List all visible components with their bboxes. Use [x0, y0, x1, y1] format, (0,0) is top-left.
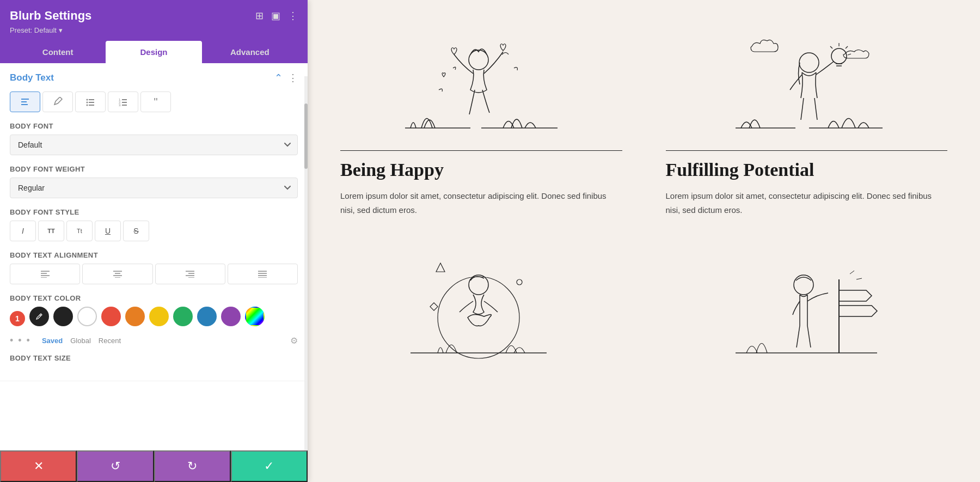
body-font-select[interactable]: Default	[10, 135, 298, 155]
body-text-alignment-label: Body Text Alignment	[10, 251, 298, 259]
blurb-item-4	[666, 244, 948, 364]
panel-tabs: Content Design Advanced	[10, 41, 298, 63]
tab-content[interactable]: Content	[10, 41, 106, 63]
saved-tab[interactable]: Saved	[42, 337, 63, 345]
blurb-item-1: Being Happy Lorem ipsum dolor sit amet, …	[340, 22, 622, 217]
svg-point-48	[517, 279, 522, 285]
blurb-item-2: Fulfilling Potential Lorem ipsum dolor s…	[666, 22, 948, 217]
blurb-text-2: Lorem ipsum dolor sit amet, consectetur …	[666, 189, 948, 217]
body-text-alignment-field: Body Text Alignment	[10, 251, 298, 284]
tab-design[interactable]: Design	[106, 41, 201, 63]
body-font-weight-label: Body Font Weight	[10, 165, 298, 173]
color-settings-icon[interactable]: ⚙	[290, 335, 298, 346]
format-edit-btn[interactable]	[42, 91, 73, 112]
svg-point-45	[438, 277, 519, 358]
scroll-indicator	[304, 76, 308, 450]
svg-point-52	[794, 275, 813, 295]
format-ordered-list-btn[interactable]: 1.2.3.	[108, 91, 138, 112]
panel-body: Body Text ⌃ ⋮ 1.2.3.	[0, 63, 308, 482]
capitalize-btn[interactable]: Tt	[66, 221, 93, 241]
color-swatches-row	[29, 307, 265, 326]
panel-header: Blurb Settings ⊞ ▣ ⋮ Preset: Default ▾ C…	[0, 0, 308, 63]
scroll-thumb[interactable]	[304, 103, 308, 169]
body-font-weight-select[interactable]: Regular	[10, 178, 298, 198]
purple-swatch[interactable]	[221, 307, 241, 326]
section-more-icon[interactable]: ⋮	[288, 72, 298, 84]
align-left-btn[interactable]	[10, 264, 80, 284]
section-title: Body Text	[10, 72, 54, 83]
uppercase-btn[interactable]: TT	[38, 221, 64, 241]
svg-point-38	[831, 48, 847, 64]
svg-line-43	[848, 54, 851, 55]
section-header-icons: ⌃ ⋮	[274, 72, 298, 84]
blurb-illustration-4	[666, 244, 948, 364]
confirm-button[interactable]: ✓	[231, 450, 308, 482]
blurb-grid: Being Happy Lorem ipsum dolor sit amet, …	[340, 22, 947, 364]
yellow-swatch[interactable]	[149, 307, 169, 326]
blurb-illustration-3	[340, 244, 622, 364]
format-text-btn[interactable]	[10, 91, 40, 112]
divider-2	[666, 150, 948, 151]
tab-advanced[interactable]: Advanced	[202, 41, 298, 63]
svg-line-44	[830, 46, 832, 48]
body-text-size-field: Body Text Size	[10, 354, 298, 362]
cancel-button[interactable]: ✕	[0, 450, 77, 482]
format-list-btn[interactable]	[75, 91, 106, 112]
format-quote-btn[interactable]: "	[140, 91, 171, 112]
section-header: Body Text ⌃ ⋮	[10, 72, 298, 84]
gradient-swatch[interactable]	[245, 307, 265, 326]
reset-back-icon: ↺	[111, 459, 120, 473]
black-swatch[interactable]	[53, 307, 73, 326]
italic-btn[interactable]: I	[10, 221, 36, 241]
svg-point-37	[799, 53, 819, 72]
body-font-weight-field: Body Font Weight Regular	[10, 165, 298, 198]
confirm-icon: ✓	[264, 459, 274, 473]
svg-rect-47	[430, 303, 438, 310]
settings-panel: Blurb Settings ⊞ ▣ ⋮ Preset: Default ▾ C…	[0, 0, 308, 482]
svg-line-42	[846, 46, 848, 48]
align-right-btn[interactable]	[155, 264, 225, 284]
blue-swatch[interactable]	[197, 307, 217, 326]
format-toolbar: 1.2.3. "	[10, 91, 298, 112]
align-center-btn[interactable]	[82, 264, 152, 284]
svg-point-5	[87, 102, 88, 103]
align-justify-btn[interactable]	[228, 264, 298, 284]
green-swatch[interactable]	[173, 307, 193, 326]
eyedropper-swatch[interactable]	[29, 307, 49, 326]
collapse-icon[interactable]: ▣	[271, 10, 280, 22]
blurb-illustration-1	[340, 22, 622, 142]
blurb-title-1: Being Happy	[340, 160, 622, 180]
align-toolbar	[10, 264, 298, 284]
blurb-text-1: Lorem ipsum dolor sit amet, consectetur …	[340, 189, 622, 217]
svg-line-54	[856, 278, 862, 279]
body-font-style-label: Body Font Style	[10, 208, 298, 216]
panel-title: Blurb Settings	[10, 9, 91, 23]
expand-icon[interactable]: ⊞	[255, 10, 264, 22]
blurb-title-2: Fulfilling Potential	[666, 160, 948, 180]
more-swatches-dots[interactable]: • • •	[10, 335, 31, 346]
body-font-style-field: Body Font Style I TT Tt U S	[10, 208, 298, 241]
global-tab[interactable]: Global	[70, 337, 91, 345]
divider-1	[340, 150, 622, 151]
cancel-icon: ✕	[34, 459, 44, 473]
more-options-icon[interactable]: ⋮	[288, 10, 298, 22]
body-text-color-field: Body Text Color 1	[10, 294, 298, 346]
color-badge: 1	[10, 311, 25, 326]
reset-back-button[interactable]: ↺	[77, 450, 154, 482]
underline-btn[interactable]: U	[95, 221, 121, 241]
red-swatch[interactable]	[101, 307, 121, 326]
svg-text:3.: 3.	[119, 103, 121, 106]
svg-line-53	[850, 271, 854, 274]
recent-tab[interactable]: Recent	[99, 337, 121, 345]
color-tabs: Saved Global Recent	[42, 337, 121, 345]
collapse-section-icon[interactable]: ⌃	[274, 72, 283, 84]
white-swatch[interactable]	[77, 307, 97, 326]
preset-label[interactable]: Preset: Default ▾	[10, 26, 298, 34]
orange-swatch[interactable]	[125, 307, 145, 326]
reset-forward-button[interactable]: ↻	[154, 450, 231, 482]
reset-forward-icon: ↻	[187, 459, 197, 473]
canvas: Being Happy Lorem ipsum dolor sit amet, …	[308, 0, 980, 482]
strikethrough-btn[interactable]: S	[123, 221, 149, 241]
blurb-illustration-2	[666, 22, 948, 142]
body-text-color-label: Body Text Color	[10, 294, 298, 302]
